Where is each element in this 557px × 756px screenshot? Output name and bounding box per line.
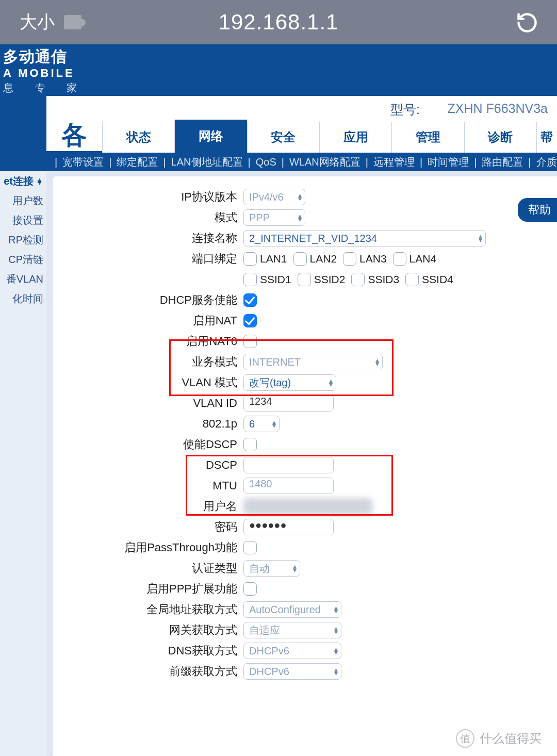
select-global-addr: AutoConfigured▴▾ (243, 601, 341, 618)
input-vlan-id[interactable]: 1234 (243, 395, 334, 412)
label-dscp-enable: 使能DSCP (68, 437, 243, 452)
checkbox-ssid4[interactable] (405, 273, 419, 286)
sidebar-item-6[interactable]: 化时间 (0, 289, 46, 308)
sidebar-item-3[interactable]: RP检测 (0, 230, 46, 250)
sidebar: et连接➧用户数接设置RP检测CP清链番VLAN化时间 (0, 171, 46, 756)
tab-帮[interactable]: 帮 (536, 122, 557, 153)
tab-网络[interactable]: 网络 (174, 120, 247, 153)
subnav-宽带设置[interactable]: 宽带设置 (60, 155, 106, 169)
model-label: 型号: (390, 101, 420, 118)
subnav-时间管理[interactable]: 时间管理 (425, 155, 471, 169)
select-ip-version: IPv4/v6▴▾ (243, 189, 305, 205)
select-dns: DHCPv6▴▾ (243, 643, 341, 659)
page-glyph: 各 (46, 120, 102, 151)
tab-状态[interactable]: 状态 (102, 122, 174, 153)
checkbox-lan1[interactable] (243, 252, 257, 266)
tab-应用[interactable]: 应用 (319, 122, 391, 153)
label-prefix: 前缀获取方式 (68, 664, 243, 679)
subnav-QoS[interactable]: QoS (254, 156, 278, 168)
brand-line3: 息 专 家 (3, 81, 557, 95)
help-button[interactable]: 帮助 (518, 198, 557, 222)
form-panel: 帮助 IP协议版本IPv4/v6▴▾模式PPP▴▾连接名称2_INTERNET_… (53, 176, 557, 756)
watermark-text: 什么值得买 (480, 730, 542, 747)
select-gateway: 自适应▴▾ (243, 622, 341, 638)
sidebar-item-0[interactable]: et连接➧ (0, 171, 46, 191)
current-arrow-icon: ➧ (34, 176, 43, 187)
checkbox-dscp-enable[interactable] (243, 438, 257, 451)
select-prefix: DHCPv6▴▾ (243, 663, 341, 680)
select-conn-name[interactable]: 2_INTERNET_R_VID_1234▴▾ (243, 230, 486, 246)
checkbox-lan3[interactable] (343, 252, 356, 266)
highlight-box-credentials (186, 455, 393, 516)
tab-安全[interactable]: 安全 (247, 122, 319, 153)
reload-button[interactable] (516, 11, 538, 36)
brand-line2: A MOBILE (3, 67, 557, 80)
label-mode: 模式 (68, 210, 243, 225)
sidebar-item-1[interactable]: 用户数 (0, 191, 46, 210)
label-port-bind: 端口绑定 (68, 251, 243, 267)
model-row: 型号: ZXHN F663NV3a (46, 96, 557, 120)
checkbox-passthrough[interactable] (243, 541, 257, 554)
label-passthrough: 启用PassThrough功能 (68, 540, 243, 555)
watermark: 值 什么值得买 (456, 729, 542, 748)
checkbox-dhcp-enable[interactable] (243, 293, 257, 307)
checkbox-ssid3[interactable] (351, 273, 365, 286)
label-dns: DNS获取方式 (68, 643, 243, 659)
select-8021p[interactable]: 6▴▾ (243, 416, 280, 432)
sidebar-item-2[interactable]: 接设置 (0, 210, 46, 230)
checkbox-ssid1[interactable] (243, 273, 257, 286)
label-nat: 启用NAT (68, 313, 243, 328)
subnav-介质参数[interactable]: 介质参数 (534, 155, 557, 169)
content-area: 帮助 IP协议版本IPv4/v6▴▾模式PPP▴▾连接名称2_INTERNET_… (46, 171, 557, 756)
label-password: 密码 (68, 519, 243, 535)
subnav-WLAN网络配置[interactable]: WLAN网络配置 (287, 155, 363, 169)
label-global-addr: 全局地址获取方式 (68, 602, 243, 617)
checkbox-ppp-ext[interactable] (243, 582, 257, 596)
label-conn-name: 连接名称 (68, 231, 243, 246)
browser-address-bar: 大小 192.168.1.1 (0, 0, 557, 44)
brand-line1: 多动通信 (3, 46, 557, 68)
subnav-绑定配置[interactable]: 绑定配置 (114, 155, 160, 169)
main-nav: 各 状态网络安全应用管理诊断帮 (46, 120, 557, 153)
checkbox-lan2[interactable] (293, 252, 307, 266)
select-mode: PPP▴▾ (243, 209, 305, 226)
label-dhcp-enable: DHCP服务使能 (68, 292, 243, 308)
brand-header: 多动通信 A MOBILE 息 专 家 (0, 44, 557, 96)
checkbox-nat[interactable] (243, 314, 257, 327)
checkbox-ssid2[interactable] (298, 273, 311, 286)
subnav-LAN侧地址配置[interactable]: LAN侧地址配置 (169, 155, 245, 169)
label-auth-type: 认证类型 (68, 561, 243, 576)
label-8021p: 802.1p (68, 417, 243, 431)
highlight-box-vlan (169, 339, 394, 396)
tab-管理[interactable]: 管理 (391, 122, 464, 153)
model-value: ZXHN F663NV3a (447, 101, 548, 116)
input-password[interactable]: ●●●●●● (243, 519, 334, 535)
checkbox-lan4[interactable] (393, 252, 406, 266)
select-auth-type: 自动▴▾ (243, 560, 300, 577)
watermark-badge: 值 (456, 729, 474, 748)
label-ip-version: IP协议版本 (68, 189, 243, 205)
sub-nav: |宽带设置|绑定配置|LAN侧地址配置|QoS|WLAN网络配置|远程管理|时间… (46, 153, 557, 171)
tab-诊断[interactable]: 诊断 (464, 122, 536, 153)
label-vlan-id: VLAN ID (68, 397, 243, 410)
subnav-远程管理[interactable]: 远程管理 (371, 155, 417, 169)
url-display[interactable]: 192.168.1.1 (0, 10, 557, 35)
subnav-路由配置[interactable]: 路由配置 (480, 155, 525, 169)
sidebar-item-5[interactable]: 番VLAN (0, 269, 46, 289)
label-gateway: 网关获取方式 (68, 622, 243, 638)
label-ppp-ext: 启用PPP扩展功能 (68, 581, 243, 597)
sidebar-item-4[interactable]: CP清链 (0, 250, 46, 269)
